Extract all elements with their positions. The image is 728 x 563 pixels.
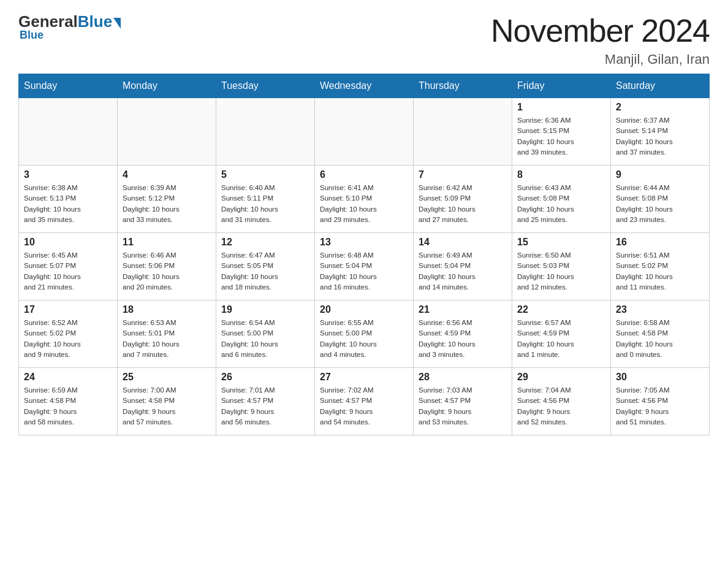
day-info: Sunrise: 6:59 AM Sunset: 4:58 PM Dayligh… (24, 385, 112, 427)
day-info: Sunrise: 6:42 AM Sunset: 5:09 PM Dayligh… (419, 183, 507, 225)
logo: General Blue Blue (18, 12, 121, 42)
day-number: 16 (616, 237, 704, 248)
weekday-header-thursday: Thursday (414, 74, 512, 98)
day-info: Sunrise: 6:52 AM Sunset: 5:02 PM Dayligh… (24, 318, 112, 360)
calendar-cell: 10Sunrise: 6:45 AM Sunset: 5:07 PM Dayli… (19, 233, 118, 301)
calendar-cell: 21Sunrise: 6:56 AM Sunset: 4:59 PM Dayli… (414, 301, 512, 368)
day-number: 29 (517, 372, 605, 383)
title-area: November 2024 Manjil, Gilan, Iran (491, 12, 710, 67)
calendar-cell: 17Sunrise: 6:52 AM Sunset: 5:02 PM Dayli… (19, 301, 118, 368)
calendar-cell: 15Sunrise: 6:50 AM Sunset: 5:03 PM Dayli… (512, 233, 611, 301)
calendar-cell: 1Sunrise: 6:36 AM Sunset: 5:15 PM Daylig… (512, 98, 611, 166)
day-info: Sunrise: 6:41 AM Sunset: 5:10 PM Dayligh… (320, 183, 408, 225)
week-row-5: 24Sunrise: 6:59 AM Sunset: 4:58 PM Dayli… (19, 368, 710, 435)
calendar-cell: 22Sunrise: 6:57 AM Sunset: 4:59 PM Dayli… (512, 301, 611, 368)
day-number: 28 (419, 372, 507, 383)
calendar-cell: 27Sunrise: 7:02 AM Sunset: 4:57 PM Dayli… (315, 368, 414, 435)
calendar-cell: 16Sunrise: 6:51 AM Sunset: 5:02 PM Dayli… (611, 233, 710, 301)
calendar-cell: 7Sunrise: 6:42 AM Sunset: 5:09 PM Daylig… (414, 166, 512, 233)
day-number: 23 (616, 304, 704, 315)
day-info: Sunrise: 6:55 AM Sunset: 5:00 PM Dayligh… (320, 318, 408, 360)
calendar-cell: 26Sunrise: 7:01 AM Sunset: 4:57 PM Dayli… (216, 368, 315, 435)
calendar-cell (118, 98, 216, 166)
calendar-cell: 20Sunrise: 6:55 AM Sunset: 5:00 PM Dayli… (315, 301, 414, 368)
calendar-cell: 5Sunrise: 6:40 AM Sunset: 5:11 PM Daylig… (216, 166, 315, 233)
day-number: 13 (320, 237, 408, 248)
day-number: 22 (517, 304, 605, 315)
weekday-header-row: SundayMondayTuesdayWednesdayThursdayFrid… (19, 74, 710, 98)
calendar-cell: 18Sunrise: 6:53 AM Sunset: 5:01 PM Dayli… (118, 301, 216, 368)
day-number: 1 (517, 102, 605, 113)
day-number: 18 (123, 304, 211, 315)
day-info: Sunrise: 7:05 AM Sunset: 4:56 PM Dayligh… (616, 385, 704, 427)
day-info: Sunrise: 6:56 AM Sunset: 4:59 PM Dayligh… (419, 318, 507, 360)
day-info: Sunrise: 7:04 AM Sunset: 4:56 PM Dayligh… (517, 385, 605, 427)
day-number: 4 (123, 169, 211, 180)
calendar-cell: 8Sunrise: 6:43 AM Sunset: 5:08 PM Daylig… (512, 166, 611, 233)
weekday-header-sunday: Sunday (19, 74, 118, 98)
calendar-cell: 28Sunrise: 7:03 AM Sunset: 4:57 PM Dayli… (414, 368, 512, 435)
weekday-header-saturday: Saturday (611, 74, 710, 98)
day-number: 17 (24, 304, 112, 315)
week-row-1: 1Sunrise: 6:36 AM Sunset: 5:15 PM Daylig… (19, 98, 710, 166)
week-row-4: 17Sunrise: 6:52 AM Sunset: 5:02 PM Dayli… (19, 301, 710, 368)
weekday-header-friday: Friday (512, 74, 611, 98)
day-number: 12 (221, 237, 309, 248)
day-info: Sunrise: 6:40 AM Sunset: 5:11 PM Dayligh… (221, 183, 309, 225)
day-number: 27 (320, 372, 408, 383)
day-number: 11 (123, 237, 211, 248)
day-number: 10 (24, 237, 112, 248)
day-info: Sunrise: 6:44 AM Sunset: 5:08 PM Dayligh… (616, 183, 704, 225)
day-info: Sunrise: 6:50 AM Sunset: 5:03 PM Dayligh… (517, 250, 605, 293)
calendar-cell: 12Sunrise: 6:47 AM Sunset: 5:05 PM Dayli… (216, 233, 315, 301)
page-header: General Blue Blue November 2024 Manjil, … (18, 12, 710, 67)
day-number: 20 (320, 304, 408, 315)
day-info: Sunrise: 6:58 AM Sunset: 4:58 PM Dayligh… (616, 318, 704, 360)
day-info: Sunrise: 7:00 AM Sunset: 4:58 PM Dayligh… (123, 385, 211, 427)
day-number: 14 (419, 237, 507, 248)
day-info: Sunrise: 6:39 AM Sunset: 5:12 PM Dayligh… (123, 183, 211, 225)
weekday-header-wednesday: Wednesday (315, 74, 414, 98)
day-info: Sunrise: 6:54 AM Sunset: 5:00 PM Dayligh… (221, 318, 309, 360)
day-number: 25 (123, 372, 211, 383)
weekday-header-tuesday: Tuesday (216, 74, 315, 98)
calendar-cell: 9Sunrise: 6:44 AM Sunset: 5:08 PM Daylig… (611, 166, 710, 233)
day-info: Sunrise: 6:53 AM Sunset: 5:01 PM Dayligh… (123, 318, 211, 360)
day-info: Sunrise: 6:48 AM Sunset: 5:04 PM Dayligh… (320, 250, 408, 293)
location-text: Manjil, Gilan, Iran (491, 52, 710, 67)
week-row-3: 10Sunrise: 6:45 AM Sunset: 5:07 PM Dayli… (19, 233, 710, 301)
calendar-cell: 24Sunrise: 6:59 AM Sunset: 4:58 PM Dayli… (19, 368, 118, 435)
calendar-cell: 30Sunrise: 7:05 AM Sunset: 4:56 PM Dayli… (611, 368, 710, 435)
day-info: Sunrise: 6:36 AM Sunset: 5:15 PM Dayligh… (517, 115, 605, 158)
month-title: November 2024 (491, 12, 710, 49)
day-number: 2 (616, 102, 704, 113)
logo-blue-text: Blue (78, 12, 112, 31)
day-number: 3 (24, 169, 112, 180)
calendar-cell: 6Sunrise: 6:41 AM Sunset: 5:10 PM Daylig… (315, 166, 414, 233)
day-info: Sunrise: 6:38 AM Sunset: 5:13 PM Dayligh… (24, 183, 112, 225)
day-info: Sunrise: 6:57 AM Sunset: 4:59 PM Dayligh… (517, 318, 605, 360)
day-number: 19 (221, 304, 309, 315)
day-number: 5 (221, 169, 309, 180)
day-number: 21 (419, 304, 507, 315)
day-info: Sunrise: 6:47 AM Sunset: 5:05 PM Dayligh… (221, 250, 309, 293)
calendar-cell: 3Sunrise: 6:38 AM Sunset: 5:13 PM Daylig… (19, 166, 118, 233)
day-info: Sunrise: 6:51 AM Sunset: 5:02 PM Dayligh… (616, 250, 704, 293)
day-info: Sunrise: 6:45 AM Sunset: 5:07 PM Dayligh… (24, 250, 112, 293)
logo-underline: Blue (20, 29, 44, 42)
calendar-cell: 29Sunrise: 7:04 AM Sunset: 4:56 PM Dayli… (512, 368, 611, 435)
day-number: 30 (616, 372, 704, 383)
day-info: Sunrise: 6:46 AM Sunset: 5:06 PM Dayligh… (123, 250, 211, 293)
day-number: 24 (24, 372, 112, 383)
weekday-header-monday: Monday (118, 74, 216, 98)
logo-triangle-icon (113, 18, 121, 29)
day-info: Sunrise: 7:01 AM Sunset: 4:57 PM Dayligh… (221, 385, 309, 427)
day-info: Sunrise: 7:03 AM Sunset: 4:57 PM Dayligh… (419, 385, 507, 427)
day-number: 15 (517, 237, 605, 248)
calendar-cell (414, 98, 512, 166)
calendar-cell: 11Sunrise: 6:46 AM Sunset: 5:06 PM Dayli… (118, 233, 216, 301)
day-info: Sunrise: 7:02 AM Sunset: 4:57 PM Dayligh… (320, 385, 408, 427)
calendar-cell: 14Sunrise: 6:49 AM Sunset: 5:04 PM Dayli… (414, 233, 512, 301)
calendar-cell: 23Sunrise: 6:58 AM Sunset: 4:58 PM Dayli… (611, 301, 710, 368)
calendar-cell (19, 98, 118, 166)
